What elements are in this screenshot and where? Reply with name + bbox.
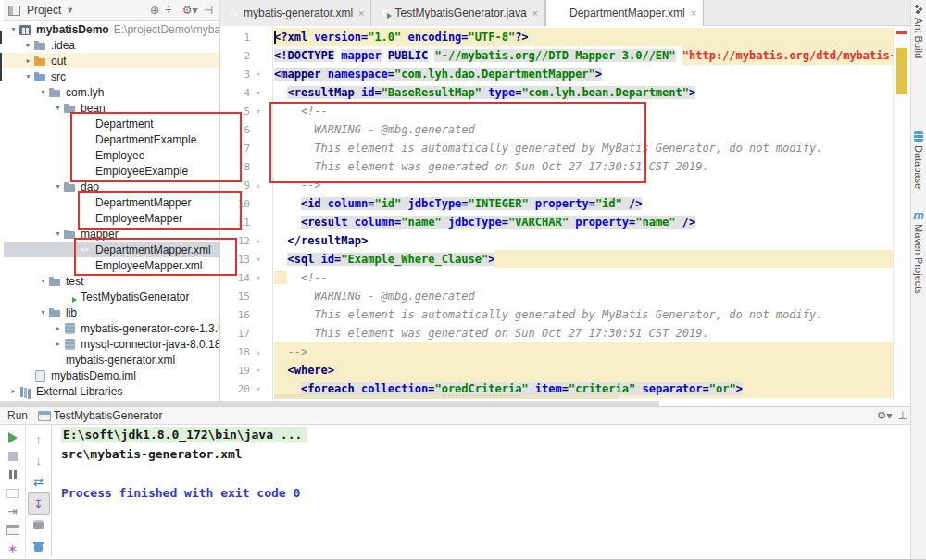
hide-icon[interactable]: ⊣ xyxy=(204,4,213,17)
tree-item-.idea[interactable]: ▸.idea xyxy=(4,37,219,53)
soft-wrap-icon[interactable]: ⇄ xyxy=(28,471,50,492)
code-line-4[interactable]: <resultMap id="BaseResultMap" type="com.… xyxy=(274,83,894,102)
code-line-15[interactable]: WARNING - @mbg.generated xyxy=(274,287,894,305)
close-icon[interactable]: × xyxy=(691,7,696,19)
tree-item-out[interactable]: ▸out xyxy=(4,53,219,68)
stop-icon[interactable] xyxy=(2,447,24,466)
locate-icon[interactable]: ⊕ xyxy=(150,4,159,17)
editor-marker-stripe[interactable] xyxy=(893,26,910,401)
tree-item-DepartmentMapper.xml[interactable]: <>DepartmentMapper.xml xyxy=(4,242,219,257)
settings-icon[interactable]: ⚙▾ xyxy=(182,4,198,17)
tree-chevron-icon[interactable]: ▾ xyxy=(38,308,48,317)
tree-item-mybatis-generator-core-1.3.5.jar[interactable]: ▸mybatis-generator-core-1.3.5.jar xyxy=(4,320,219,336)
clear-all-icon[interactable] xyxy=(28,536,50,557)
pin-icon[interactable]: ⊥ xyxy=(898,409,907,422)
tree-chevron-icon[interactable]: ▾ xyxy=(53,230,63,238)
code-line-13[interactable]: <sql id="Example_Where_Clause"> xyxy=(274,250,894,268)
tree-item-mybatisDemo[interactable]: ▾mybatisDemoE:\projectDemo\mybatisDem xyxy=(4,21,219,37)
tree-item-EmployeeExample[interactable]: CEmployeeExample xyxy=(4,163,219,179)
up-stack-icon[interactable]: ↑ xyxy=(28,429,50,450)
tree-item-test[interactable]: ▾test xyxy=(4,273,219,289)
pause-icon[interactable] xyxy=(2,466,24,484)
code-line-19[interactable]: <where> xyxy=(274,361,894,380)
tree-chevron-icon[interactable]: ▾ xyxy=(53,182,63,191)
fold-marker-icon[interactable]: ▿ xyxy=(250,366,267,375)
tree-item-DepartmentMapper[interactable]: IDepartmentMapper xyxy=(4,194,219,210)
tree-chevron-icon[interactable]: ▸ xyxy=(23,56,33,65)
tree-chevron-icon[interactable]: ▾ xyxy=(8,25,19,33)
settings-star-icon[interactable]: ∗ xyxy=(2,539,24,557)
tree-chevron-icon[interactable]: ▾ xyxy=(23,72,33,81)
code-line-17[interactable]: This element was generated on Sun Oct 27… xyxy=(274,324,894,342)
code-line-12[interactable]: </resultMap> xyxy=(274,231,894,250)
tool-stripe-database[interactable]: Database xyxy=(911,131,926,189)
tree-item-EmployeeMapper.xml[interactable]: <>EmployeeMapper.xml xyxy=(4,257,219,273)
tree-chevron-icon[interactable]: ▸ xyxy=(23,41,33,49)
fold-marker-icon[interactable]: ▵ xyxy=(250,347,267,356)
tree-item-mapper[interactable]: ▾mapper xyxy=(4,226,219,242)
fold-marker-icon[interactable]: ▿ xyxy=(250,69,267,79)
tree-item-Employee[interactable]: CEmployee xyxy=(4,147,219,163)
tree-chevron-icon[interactable]: ▸ xyxy=(53,340,63,348)
tree-item-mybatisDemo.iml[interactable]: mybatisDemo.iml xyxy=(4,367,219,383)
project-tree[interactable]: ▾mybatisDemoE:\projectDemo\mybatisDem▸.i… xyxy=(4,21,219,399)
tree-chevron-icon[interactable]: ▾ xyxy=(38,277,48,285)
code-line-14[interactable]: <!-- xyxy=(274,268,894,287)
code-line-16[interactable]: This element is automatically generated … xyxy=(274,305,894,324)
tree-item-TestMybatisGenerator[interactable]: CTestMybatisGenerator xyxy=(4,289,219,305)
tree-item-com.lyh[interactable]: ▾com.lyh xyxy=(4,84,219,100)
code-line-9[interactable]: --> xyxy=(274,176,894,194)
tool-stripe-maven-projects[interactable]: mMaven Projects xyxy=(911,211,926,294)
code-line-3[interactable]: <mapper namespace="com.lyh.dao.Departmen… xyxy=(274,65,894,83)
tree-item-lib[interactable]: ▾lib xyxy=(4,305,219,320)
tree-chevron-icon[interactable]: ▾ xyxy=(53,104,63,112)
error-stripe-mark[interactable] xyxy=(896,31,907,34)
exit-icon[interactable]: ⇥ xyxy=(2,502,24,520)
tree-item-bean[interactable]: ▾bean xyxy=(4,100,219,116)
print-icon[interactable] xyxy=(28,515,50,536)
console-output[interactable]: E:\soft\jdk1.8.0_172\bin\java ...src\myb… xyxy=(52,425,910,557)
screenshot-icon[interactable] xyxy=(2,484,24,503)
tree-item-dao[interactable]: ▾dao xyxy=(4,179,219,194)
fold-marker-icon[interactable]: ▿ xyxy=(250,255,267,264)
rerun-icon[interactable] xyxy=(2,429,24,447)
code-line-8[interactable]: This element was generated on Sun Oct 27… xyxy=(274,157,894,176)
tree-item-mybatis-generator.xml[interactable]: <>mybatis-generator.xml xyxy=(4,352,219,367)
fold-marker-icon[interactable]: ▵ xyxy=(250,180,267,190)
close-icon[interactable]: × xyxy=(358,7,364,19)
tool-stripe-ant-build[interactable]: Ant Build xyxy=(911,4,926,58)
code-editor[interactable]: 123▿4▿5▿6789▵101112▵13▿14▿15161718▵19▿20… xyxy=(220,26,910,401)
run-tab[interactable]: TestMybatisGenerator xyxy=(37,409,162,422)
code-line-18[interactable]: --> xyxy=(274,342,894,361)
down-stack-icon[interactable]: ↓ xyxy=(28,450,50,471)
tree-chevron-icon[interactable]: ▸ xyxy=(8,387,19,395)
tree-chevron-icon[interactable]: ▾ xyxy=(38,88,48,96)
settings-icon[interactable]: ⚙▾ xyxy=(877,409,893,422)
warning-stripe-block[interactable] xyxy=(896,48,907,94)
tab-DepartmentMapper.xml[interactable]: <>DepartmentMapper.xml× xyxy=(545,0,704,26)
tree-item-Department[interactable]: CDepartment xyxy=(4,116,219,131)
code-line-5[interactable]: <!-- xyxy=(274,102,894,120)
tab-mybatis-generator.xml[interactable]: <>mybatis-generator.xml× xyxy=(220,0,371,26)
tab-TestMybatisGenerator.java[interactable]: CTestMybatisGenerator.java× xyxy=(371,0,545,26)
tree-item-EmployeeMapper[interactable]: IEmployeeMapper xyxy=(4,210,219,226)
tree-item-src[interactable]: ▾src xyxy=(4,68,219,84)
tree-item-mysql-connector-java-8.0.18.jar[interactable]: ▸mysql-connector-java-8.0.18.jar xyxy=(4,336,219,352)
code-line-7[interactable]: This element is automatically generated … xyxy=(274,139,894,157)
code-line-11[interactable]: <result column="name" jdbcType="VARCHAR"… xyxy=(274,213,894,231)
code-line-10[interactable]: <id column="id" jdbcType="INTEGER" prope… xyxy=(274,194,894,213)
scroll-end-icon[interactable]: ↧ xyxy=(28,492,50,514)
chevron-down-icon[interactable]: ▼ xyxy=(66,6,74,15)
fold-marker-icon[interactable]: ▿ xyxy=(250,384,267,393)
tree-item-DepartmentExample[interactable]: CDepartmentExample xyxy=(4,131,219,147)
code-line-1[interactable]: <?xml version="1.0" encoding="UTF-8"?> xyxy=(274,28,894,46)
code-line-2[interactable]: <!DOCTYPE mapper PUBLIC "-//mybatis.org/… xyxy=(274,46,894,65)
show-console-icon[interactable] xyxy=(2,520,24,539)
fold-marker-icon[interactable]: ▿ xyxy=(250,88,267,97)
fold-marker-icon[interactable]: ▿ xyxy=(250,273,267,282)
collapse-all-icon[interactable]: ÷ xyxy=(165,4,171,17)
close-icon[interactable]: × xyxy=(532,7,538,19)
code-area[interactable]: <?xml version="1.0" encoding="UTF-8"?><!… xyxy=(274,28,894,398)
fold-marker-icon[interactable]: ▿ xyxy=(250,106,267,116)
code-line-6[interactable]: WARNING - @mbg.generated xyxy=(274,120,894,139)
